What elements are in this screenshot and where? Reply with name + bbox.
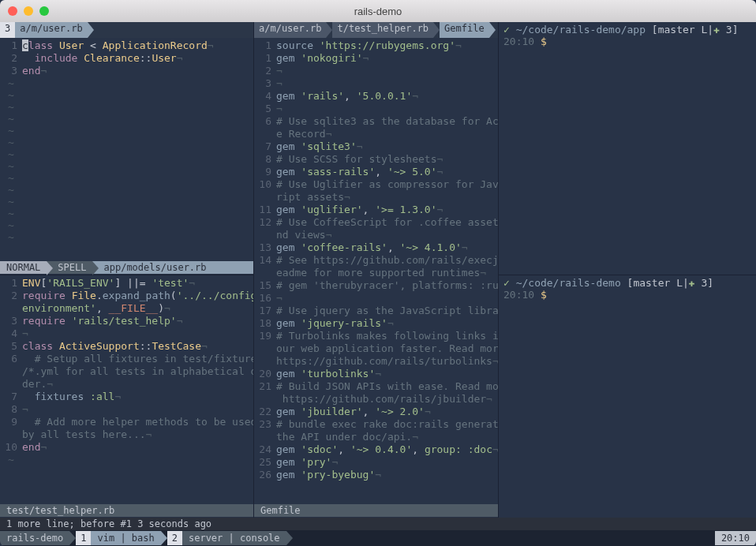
terminal-top[interactable]: ✓ ~/code/rails-demo/app [master L|✚ 3] 2… bbox=[499, 22, 756, 275]
code-line[interactable]: https://github.com/rails/jbuilder¬ bbox=[254, 393, 498, 406]
code-line[interactable]: /*.yml for all tests in alphabetical or bbox=[0, 365, 253, 378]
code-line[interactable]: 5¬ bbox=[254, 103, 498, 115]
line-number: 1 bbox=[0, 39, 22, 52]
line-number: 4 bbox=[0, 327, 22, 340]
code-line[interactable]: 4¬ bbox=[0, 327, 253, 340]
code-line[interactable]: 11gem 'uglifier', '>= 1.3.0'¬ bbox=[254, 204, 498, 216]
code-line[interactable]: 5class ActiveSupport::TestCase¬ bbox=[0, 340, 253, 353]
code-line[interactable]: https://github.com/rails/turbolinks¬ bbox=[254, 355, 498, 368]
tmux-window[interactable]: server | console bbox=[182, 531, 286, 545]
code-line[interactable]: 21# Build JSON APIs with ease. Read more… bbox=[254, 380, 498, 393]
code-line[interactable]: 15# gem 'therubyracer', platforms: :ruby… bbox=[254, 279, 498, 292]
code-line[interactable]: der.¬ bbox=[0, 378, 253, 391]
code-line[interactable]: 2¬ bbox=[254, 65, 498, 77]
tab-gemfile[interactable]: Gemfile bbox=[440, 22, 489, 38]
tab-user-rb[interactable]: a/m/user.rb bbox=[254, 22, 326, 38]
content: 3 a/m/user.rb 1class User < ApplicationR… bbox=[0, 22, 756, 546]
prompt-path: ~/code/rails-demo/app bbox=[516, 24, 646, 36]
code-line[interactable]: 3require 'rails/test_help'¬ bbox=[0, 315, 253, 327]
code-content: ¬ bbox=[276, 65, 498, 77]
line-number: 25 bbox=[254, 456, 276, 469]
code-line[interactable]: 10# Use Uglifier as compressor for JavaS… bbox=[254, 178, 498, 191]
line-number: 13 bbox=[254, 241, 276, 254]
code-line[interactable]: 2 include Clearance::User¬ bbox=[0, 52, 253, 65]
line-number: 24 bbox=[254, 443, 276, 456]
code-line[interactable]: 8# Use SCSS for stylesheets¬ bbox=[254, 153, 498, 166]
line-number: 7 bbox=[0, 391, 22, 403]
code-content: der.¬ bbox=[22, 378, 253, 391]
line-number: 6 bbox=[0, 353, 22, 365]
code-line[interactable]: 2require File.expand_path('../../config/ bbox=[0, 290, 253, 302]
line-number: 9 bbox=[254, 166, 276, 178]
code-content: gem 'nokogiri'¬ bbox=[276, 52, 498, 65]
plus-icon: ✚ bbox=[713, 24, 720, 36]
line-number: 10 bbox=[254, 178, 276, 191]
code-line[interactable]: 25gem 'pry'¬ bbox=[254, 456, 498, 469]
code-line[interactable]: 8¬ bbox=[0, 403, 253, 416]
line-number: 2 bbox=[254, 65, 276, 77]
code-line[interactable]: eadme for more supported runtimes¬ bbox=[254, 267, 498, 279]
line-number: 17 bbox=[254, 305, 276, 317]
code-line[interactable]: 24gem 'sdoc', '~> 0.4.0', group: :doc¬ bbox=[254, 443, 498, 456]
code-line[interactable]: 22gem 'jbuilder', '~> 2.0'¬ bbox=[254, 406, 498, 418]
code-line[interactable]: the API under doc/api.¬ bbox=[254, 431, 498, 443]
line-number: 8 bbox=[0, 403, 22, 416]
code-line[interactable]: 17# Use jquery as the JavaScript library… bbox=[254, 305, 498, 317]
code-line[interactable]: 14# See https://github.com/rails/execjs#… bbox=[254, 254, 498, 267]
code-line[interactable]: 9 # Add more helper methods to be used bbox=[0, 416, 253, 428]
code-content: the API under doc/api.¬ bbox=[276, 431, 498, 443]
tab-test-helper[interactable]: t/test_helper.rb bbox=[332, 22, 433, 38]
code-line[interactable]: e Record¬ bbox=[254, 128, 498, 140]
code-line[interactable]: 9gem 'sass-rails', '~> 5.0'¬ bbox=[254, 166, 498, 178]
titlebar[interactable]: rails-demo bbox=[0, 0, 756, 22]
code-content: # Use jquery as the JavaScript library¬ bbox=[276, 305, 498, 317]
code-line[interactable]: 1source 'https://rubygems.org'¬ bbox=[254, 39, 498, 52]
line-number: 20 bbox=[254, 368, 276, 380]
left-tabs: 3 a/m/user.rb bbox=[0, 22, 253, 38]
code-line[interactable]: 13gem 'coffee-rails', '~> 4.1.0'¬ bbox=[254, 241, 498, 254]
editor-test-helper[interactable]: 1ENV['RAILS_ENV'] ||= 'test'¬2require Fi… bbox=[0, 275, 253, 503]
editor-user-rb[interactable]: 1class User < ApplicationRecord¬2 includ… bbox=[0, 38, 253, 260]
code-content: gem 'coffee-rails', '~> 4.1.0'¬ bbox=[276, 241, 498, 254]
line-number bbox=[254, 267, 276, 279]
code-line[interactable]: ript assets¬ bbox=[254, 191, 498, 204]
code-line[interactable]: environment', __FILE__)¬ bbox=[0, 302, 253, 315]
code-content: gem 'pry-byebug'¬ bbox=[276, 469, 498, 481]
editor-gemfile[interactable]: 1source 'https://rubygems.org'¬1gem 'nok… bbox=[254, 38, 498, 503]
code-line[interactable]: 1gem 'nokogiri'¬ bbox=[254, 52, 498, 65]
line-number: 18 bbox=[254, 317, 276, 330]
code-line[interactable]: by all tests here...¬ bbox=[0, 428, 253, 441]
empty-line-tilde: ~ bbox=[0, 184, 253, 196]
tab-user-rb[interactable]: a/m/user.rb bbox=[15, 22, 87, 38]
code-line[interactable]: 26gem 'pry-byebug'¬ bbox=[254, 469, 498, 481]
tmux-statusbar: rails-demo 1 vim | bash 2 server | conso… bbox=[0, 530, 756, 546]
code-line[interactable]: 4gem 'rails', '5.0.0.1'¬ bbox=[254, 90, 498, 103]
tmux-window-active[interactable]: vim | bash bbox=[91, 531, 160, 545]
tmux-session[interactable]: rails-demo bbox=[0, 531, 69, 545]
code-line[interactable]: 18gem 'jquery-rails'¬ bbox=[254, 317, 498, 330]
code-line[interactable]: 16¬ bbox=[254, 292, 498, 305]
terminal-bottom[interactable]: ✓ ~/code/rails-demo [master L|✚ 3] 20:10… bbox=[499, 275, 756, 518]
code-line[interactable]: 12# Use CoffeeScript for .coffee assets … bbox=[254, 216, 498, 229]
code-content: gem 'uglifier', '>= 1.3.0'¬ bbox=[276, 204, 498, 216]
window-title: rails-demo bbox=[0, 6, 756, 17]
code-line[interactable]: 7gem 'sqlite3'¬ bbox=[254, 140, 498, 153]
code-line[interactable]: 3¬ bbox=[254, 77, 498, 90]
code-content: ¬ bbox=[276, 77, 498, 90]
code-line[interactable]: 3end¬ bbox=[0, 65, 253, 77]
mid-tabs: a/m/user.rb t/test_helper.rb Gemfile bbox=[254, 22, 498, 38]
code-line[interactable]: 6 # Setup all fixtures in test/fixtures bbox=[0, 353, 253, 365]
code-line[interactable]: 19# Turbolinks makes following links in … bbox=[254, 330, 498, 342]
code-line[interactable]: 1ENV['RAILS_ENV'] ||= 'test'¬ bbox=[0, 277, 253, 290]
code-line[interactable]: our web application faster. Read more: bbox=[254, 342, 498, 355]
code-line[interactable]: 1class User < ApplicationRecord¬ bbox=[0, 39, 253, 52]
code-line[interactable]: nd views¬ bbox=[254, 229, 498, 241]
code-line[interactable]: 20gem 'turbolinks'¬ bbox=[254, 368, 498, 380]
code-line[interactable]: 23# bundle exec rake doc:rails generates bbox=[254, 418, 498, 431]
code-line[interactable]: 7 fixtures :all¬ bbox=[0, 391, 253, 403]
code-content: ¬ bbox=[22, 327, 253, 340]
code-line[interactable]: 10end¬ bbox=[0, 441, 253, 454]
prompt-line: ✓ ~/code/rails-demo [master L|✚ 3] bbox=[503, 277, 751, 289]
plus-icon: ✚ bbox=[689, 277, 695, 289]
code-line[interactable]: 6# Use sqlite3 as the database for Activ bbox=[254, 115, 498, 128]
